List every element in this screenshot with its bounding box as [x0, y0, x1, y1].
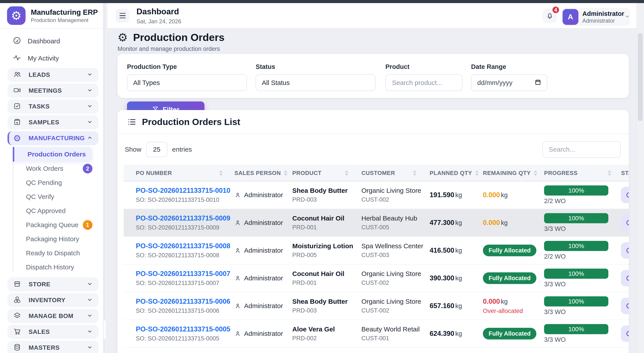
sidebar-group-label: MEETINGS [28, 87, 62, 94]
column-header-product[interactable]: PRODUCT [292, 164, 348, 181]
task-check-icon [13, 102, 21, 111]
table-row[interactable]: PO-SO-20260121133715-0010SO: SO-20260121… [124, 181, 629, 209]
sidebar-item-my-activity[interactable]: My Activity [0, 50, 106, 66]
status-cell [621, 214, 629, 231]
column-header-sales-person[interactable]: SALES PERSON [234, 164, 282, 181]
sidebar-group-samples[interactable]: SAMPLES [8, 115, 98, 130]
allocation-badge: Fully Allocated [483, 245, 536, 256]
refresh-status-button[interactable] [621, 298, 629, 314]
column-header-customer[interactable]: CUSTOMER [362, 164, 416, 181]
production-type-select[interactable]: All Types [127, 74, 247, 91]
progress-bar: 100% [544, 186, 608, 196]
app-tagline: Production Management [31, 17, 98, 23]
planned-qty-cell: 657.160 kg [430, 302, 462, 310]
sidebar-subitem-label: Production Orders [28, 150, 86, 158]
sidebar-group-manage-bom[interactable]: MANAGE BOM [8, 309, 98, 323]
sidebar-subitem-ready-to-dispatch[interactable]: Ready to Dispatch [0, 246, 106, 260]
so-number: SO: SO-20260121133715-0010 [136, 196, 230, 203]
sidebar-subitem-packaging-queue[interactable]: Packaging Queue1 [0, 218, 106, 232]
count-badge: 2 [83, 164, 92, 174]
refresh-status-button[interactable] [621, 242, 629, 258]
sidebar-subitem-packaging-history[interactable]: Packaging History [0, 232, 106, 246]
po-number-link[interactable]: PO-SO-20260121133715-0009 [136, 214, 230, 222]
table-row[interactable]: PO-SO-20260121133715-0009SO: SO-20260121… [124, 209, 629, 237]
sidebar-group-store[interactable]: STORE [8, 277, 98, 292]
column-header-remaining-qty[interactable]: REMAINING QTY [483, 164, 530, 181]
product-search-input[interactable] [392, 79, 456, 87]
po-number-cell: PO-SO-20260121133715-0007SO: SO-20260121… [136, 270, 230, 286]
sidebar-toggle-button[interactable] [116, 9, 130, 22]
sidebar-group-inventory[interactable]: INVENTORY [8, 293, 98, 307]
column-header-status[interactable]: STATUS [621, 164, 629, 181]
sort-icon [534, 170, 537, 176]
sidebar-subitem-production-orders[interactable]: Production Orders [13, 147, 92, 162]
product-code: PRD-003 [292, 307, 348, 314]
page-scrollbar-thumb[interactable] [638, 33, 643, 121]
sidebar-subitem-work-orders[interactable]: Work Orders2 [0, 162, 106, 176]
refresh-status-button[interactable] [621, 187, 629, 203]
sidebar-subitem-qc-approved[interactable]: QC Approved [0, 204, 106, 218]
po-number-cell: PO-SO-20260121133715-0010SO: SO-20260121… [136, 186, 230, 203]
table-header: PO NUMBERSALES PERSONPRODUCTCUSTOMERPLAN… [124, 164, 629, 181]
po-number-link[interactable]: PO-SO-20260121133715-0007 [136, 270, 230, 278]
column-label: PO NUMBER [136, 170, 172, 176]
brand: ⚙ Manufacturing ERP Production Managemen… [0, 3, 106, 28]
work-orders-count: 2/2 WO [544, 198, 608, 205]
sidebar-group-sales[interactable]: SALES [8, 325, 98, 339]
cart-icon [13, 328, 21, 336]
po-number-link[interactable]: PO-SO-20260121133715-0010 [136, 186, 230, 194]
sidebar-subitem-label: Packaging History [26, 235, 79, 243]
sidebar-group-tasks[interactable]: TASKS [8, 100, 98, 114]
table-row[interactable]: PO-SO-20260121133715-0005SO: SO-20260121… [124, 320, 629, 348]
chevron-down-icon [87, 71, 93, 78]
user-menu[interactable]: A Administrator Administrator [561, 8, 630, 26]
allocation-badge: Fully Allocated [483, 272, 536, 284]
customer-name: Beauty World Retail [362, 326, 420, 333]
date-range-input[interactable]: dd/mm/yyyy [471, 74, 548, 91]
po-number-link[interactable]: PO-SO-20260121133715-0005 [136, 325, 230, 333]
sidebar-group-leads[interactable]: LEADS [8, 68, 98, 82]
sidebar-subitem-qc-pending[interactable]: QC Pending [0, 176, 106, 190]
table-body: PO-SO-20260121133715-0010SO: SO-20260121… [124, 181, 629, 348]
sidebar-subitem-qc-verify[interactable]: QC Verify [0, 190, 106, 204]
table-row[interactable]: PO-SO-20260121133715-0008SO: SO-20260121… [124, 237, 629, 264]
sales-person-name: Administrator [244, 274, 283, 282]
table-row[interactable]: PO-SO-20260121133715-0007SO: SO-20260121… [124, 264, 629, 292]
page-breadcrumb-title: Dashboard [136, 7, 179, 16]
person-icon [234, 192, 241, 198]
sort-icon [413, 170, 416, 176]
sidebar-group-label: MANUFACTURING [28, 135, 85, 142]
column-header-progress[interactable]: PROGRESS [544, 164, 611, 181]
refresh-status-button[interactable] [621, 270, 629, 286]
users-icon [13, 70, 21, 79]
remaining-qty-cell: 0.000 kg [483, 191, 508, 199]
person-icon [234, 220, 241, 226]
customer-code: CUST-002 [362, 280, 421, 286]
customer-name: Organic Living Store [362, 270, 421, 278]
sidebar-group-meetings[interactable]: MEETINGS [8, 84, 98, 98]
customer-name: Spa Wellness Center [362, 242, 423, 250]
refresh-status-button[interactable] [621, 214, 629, 231]
sidebar-subitem-dispatch-history[interactable]: Dispatch History [0, 260, 106, 274]
status-select[interactable]: All Status [256, 74, 376, 91]
customer-code: CUST-002 [362, 196, 421, 203]
po-number-link[interactable]: PO-SO-20260121133715-0006 [136, 298, 230, 306]
sidebar-scrollbar-thumb[interactable] [103, 320, 106, 340]
po-number-link[interactable]: PO-SO-20260121133715-0008 [136, 242, 230, 250]
column-header-po-number[interactable]: PO NUMBER [136, 164, 223, 181]
sidebar-group-masters[interactable]: MASTERS [8, 341, 98, 353]
chevron-down-icon [87, 297, 93, 304]
refresh-status-button[interactable] [621, 326, 629, 342]
sidebar-item-dashboard[interactable]: Dashboard [0, 34, 106, 49]
chevron-down-icon [87, 312, 93, 320]
sidebar-scrollbar[interactable] [103, 3, 106, 353]
table-search-input[interactable] [542, 141, 621, 158]
table-row[interactable]: PO-SO-20260121133715-0006SO: SO-20260121… [124, 292, 629, 320]
column-label: REMAINING QTY [483, 170, 531, 176]
sidebar-group-manufacturing[interactable]: ⚙ MANUFACTURING [8, 131, 98, 145]
page-size-select[interactable]: 25 [146, 142, 167, 157]
date-placeholder: dd/mm/yyyy [477, 79, 512, 86]
refresh-icon [625, 191, 629, 199]
column-header-planned-qty[interactable]: PLANNED QTY [430, 164, 470, 181]
sidebar-item-label: My Activity [28, 54, 59, 62]
